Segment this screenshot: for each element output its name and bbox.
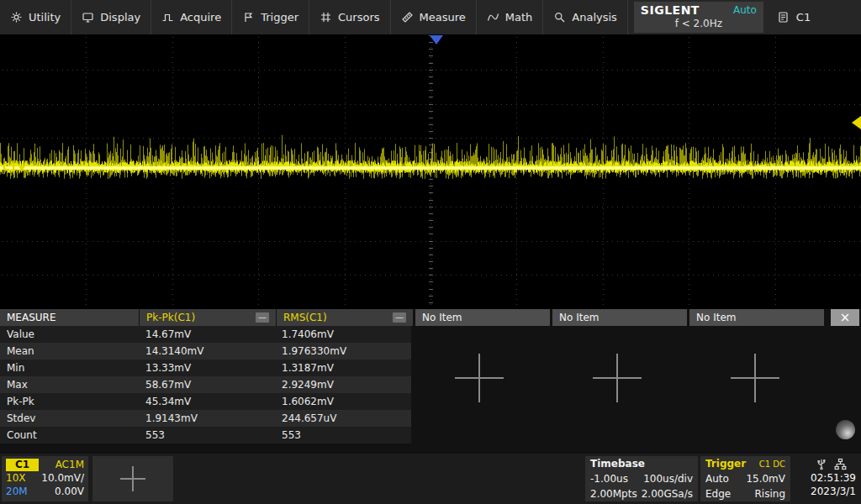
waveform-area: C1 <box>0 35 861 309</box>
remove-rms-button[interactable]: — <box>393 312 406 323</box>
trigger-level-marker[interactable] <box>852 116 861 129</box>
stat-value: 1.7406mV <box>275 326 411 343</box>
menu-label-math: Math <box>505 11 533 24</box>
close-measure-button[interactable]: × <box>831 309 859 326</box>
flag-icon <box>242 11 255 24</box>
notes-icon[interactable] <box>777 11 790 24</box>
remove-pkpk-button[interactable]: — <box>256 312 269 323</box>
measure-rows: Value14.67mV1.7406mV Mean14.3140mV1.9763… <box>0 326 411 444</box>
add-measure-placeholder-2[interactable] <box>593 354 642 402</box>
stat-value: 13.33mV <box>139 360 275 376</box>
table-row: Mean14.3140mV1.976330mV <box>0 343 411 360</box>
add-measure-placeholder-3[interactable] <box>731 354 779 402</box>
menu-item-acquire[interactable]: Acquire <box>151 0 232 34</box>
measure-column-empty-2[interactable]: No Item <box>552 309 687 326</box>
trigger-source: C1 DC <box>759 457 785 471</box>
table-row: Count553553 <box>0 427 411 444</box>
channel-bandwidth: 20M <box>6 485 28 498</box>
menu-label-cursors: Cursors <box>338 11 380 24</box>
brand-panel: SIGLENT Auto f < 2.0Hz <box>634 2 763 33</box>
menu-item-trigger[interactable]: Trigger <box>232 0 309 34</box>
table-row: Min13.33mV1.3187mV <box>0 360 411 376</box>
measure-column-rms-label: RMS(C1) <box>283 312 327 323</box>
timebase-points: 2.00Mpts <box>590 486 637 501</box>
brand-logo: SIGLENT <box>641 3 700 17</box>
usb-icon <box>816 458 827 470</box>
menu-label-measure: Measure <box>420 11 466 24</box>
stat-value: 553 <box>275 427 411 444</box>
timebase-descriptor[interactable]: Timebase -1.00us 100us/div 2.00Mpts 2.00… <box>585 456 698 501</box>
waveform-canvas[interactable] <box>0 35 861 309</box>
trigger-type: Edge <box>705 486 731 501</box>
trigger-position-marker[interactable] <box>430 35 443 45</box>
channel-offset: 0.00V <box>55 485 84 498</box>
measure-header: MEASURE Pk-Pk(C1) — RMS(C1) — No Item No… <box>0 309 861 326</box>
channel-descriptor-c1[interactable]: C1 AC1M 10X 10.0mV/ 20M 0.00V <box>2 456 88 501</box>
channel-marker-label: C1 <box>3 161 17 173</box>
menu-item-utility[interactable]: Utility <box>0 0 71 34</box>
stat-value: 244.657uV <box>275 410 411 427</box>
math-icon <box>487 11 499 24</box>
menu-label-analysis: Analysis <box>572 11 617 24</box>
clock: 02:51:39 2023/3/1 <box>811 471 856 498</box>
menu-item-cursors[interactable]: Cursors <box>309 0 391 34</box>
channel-scale: 10.0mV/ <box>41 471 84 485</box>
clock-time: 02:51:39 <box>811 471 856 485</box>
ruler-icon <box>401 11 414 24</box>
stat-value: 58.67mV <box>139 376 275 393</box>
stat-value: 2.9249mV <box>275 376 411 393</box>
add-channel-button[interactable] <box>92 456 173 501</box>
trigger-slope: Rising <box>755 486 785 501</box>
trigger-mode: Auto <box>705 471 729 486</box>
measure-column-empty-3[interactable]: No Item <box>689 309 824 326</box>
menu-label-display: Display <box>100 11 140 24</box>
stat-label: Min <box>0 360 139 376</box>
trigger-level: 15.0mV <box>746 471 785 486</box>
lan-icon <box>834 458 847 470</box>
stat-label: Pk-Pk <box>0 393 139 410</box>
plus-icon <box>120 466 145 491</box>
measure-panel: MEASURE Pk-Pk(C1) — RMS(C1) — No Item No… <box>0 309 861 454</box>
stat-value: 45.34mV <box>139 393 275 410</box>
timebase-samplerate: 2.00GSa/s <box>642 486 693 501</box>
gear-icon <box>10 11 23 24</box>
multifunction-knob-icon[interactable] <box>836 420 855 439</box>
clock-date: 2023/3/1 <box>811 485 856 498</box>
top-menu-bar: Utility Display Acquire Trigger Cursors … <box>0 0 861 35</box>
stat-label: Count <box>0 427 139 444</box>
channel-marker-arrow-icon <box>18 166 25 171</box>
table-row: Pk-Pk45.34mV1.6062mV <box>0 393 411 410</box>
stat-label: Mean <box>0 343 139 360</box>
timebase-delay: -1.00us <box>590 471 628 486</box>
trigger-descriptor[interactable]: Trigger C1 DC Auto 15.0mV Edge Rising <box>700 456 790 501</box>
trigger-frequency: f < 2.0Hz <box>641 18 757 29</box>
bottom-status-bar: C1 AC1M 10X 10.0mV/ 20M 0.00V Timebase -… <box>0 454 861 504</box>
stat-value: 1.3187mV <box>275 360 411 376</box>
channel-coupling: AC1M <box>55 458 84 471</box>
stat-label: Value <box>0 326 139 343</box>
menu-label-trigger: Trigger <box>261 11 298 24</box>
table-row: Max58.67mV2.9249mV <box>0 376 411 393</box>
measure-column-empty-1[interactable]: No Item <box>415 309 550 326</box>
menu-item-analysis[interactable]: Analysis <box>543 0 628 34</box>
monitor-icon <box>82 11 94 24</box>
oscilloscope-screen: Utility Display Acquire Trigger Cursors … <box>0 0 861 504</box>
timebase-scale: 100us/div <box>643 471 693 486</box>
active-channel-label[interactable]: C1 <box>796 11 811 24</box>
channel-offset-marker[interactable]: C1 <box>3 161 25 173</box>
table-row: Value14.67mV1.7406mV <box>0 326 411 343</box>
stat-value: 1.9143mV <box>139 410 275 427</box>
menu-item-display[interactable]: Display <box>71 0 151 34</box>
stat-value: 14.67mV <box>139 326 275 343</box>
measure-column-pkpk[interactable]: Pk-Pk(C1) — <box>140 309 276 326</box>
stat-value: 1.6062mV <box>275 393 411 410</box>
cursors-icon <box>320 11 332 24</box>
add-measure-placeholder-1[interactable] <box>455 354 504 402</box>
menu-label-acquire: Acquire <box>180 11 221 24</box>
menu-item-math[interactable]: Math <box>477 0 544 34</box>
measure-column-pkpk-label: Pk-Pk(C1) <box>146 312 195 323</box>
stat-label: Max <box>0 376 139 393</box>
menu-item-measure[interactable]: Measure <box>391 0 477 34</box>
channel-probe: 10X <box>6 471 26 485</box>
measure-column-rms[interactable]: RMS(C1) — <box>277 309 413 326</box>
